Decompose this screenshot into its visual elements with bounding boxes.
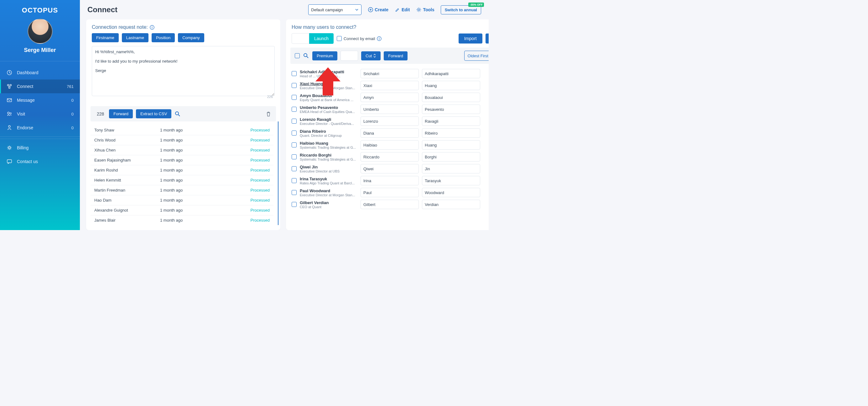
import-button[interactable]: Import [459,33,483,43]
contact-info[interactable]: Paul WoodwardExecutive Director at Morga… [300,189,358,197]
contact-info[interactable]: Diana RibeiroQuant. Director at Citigrou… [300,129,358,137]
extract-csv-button[interactable]: Extract to CSV [136,109,172,118]
sidebar-item-dashboard[interactable]: Dashboard [0,66,80,79]
contact-checkbox[interactable] [291,83,297,88]
tag-company[interactable]: Company [178,33,204,42]
svg-point-19 [304,54,307,57]
contact-lastname-input[interactable] [422,128,480,138]
contact-lastname-input[interactable] [422,200,480,209]
info-icon[interactable] [377,36,381,41]
sidebar-item-billing[interactable]: Billing [0,141,80,155]
contact-info[interactable]: Gilbert VerdianCEO at Quant [300,200,358,209]
search-icon[interactable] [303,53,309,59]
contact-info[interactable]: Srichakri AdhikarapattiHead of ... US Ca… [300,69,358,78]
contact-firstname-input[interactable] [361,164,419,173]
contact-info[interactable]: Haibiao HuangSystematic Trading Strategi… [300,141,358,149]
contact-info[interactable]: Amyn BoualaouiEquity Quant at Bank of Am… [300,93,358,102]
processed-row[interactable]: Helen Kemmitt1 month agoProcessed [91,175,274,185]
select-all-checkbox[interactable] [295,53,300,58]
processed-row[interactable]: Easen Rajasingham1 month agoProcessed [91,155,274,165]
edit-button[interactable]: Edit [395,7,410,12]
processed-row[interactable]: Martin Freedman1 month agoProcessed [91,185,274,195]
contact-lastname-input[interactable] [422,105,480,114]
contact-checkbox[interactable] [291,202,297,207]
contact-info[interactable]: Xiaxi HuangExecutive Director at Morgan … [300,81,358,90]
contact-firstname-input[interactable] [361,188,419,197]
contact-lastname-input[interactable] [422,81,480,90]
contact-lastname-input[interactable] [422,69,480,78]
processed-row[interactable]: Chris Wood1 month agoProcessed [91,135,274,145]
processed-row[interactable]: Tony Shaw1 month agoProcessed [91,125,274,135]
contact-row: Xiaxi HuangExecutive Director at Morgan … [290,79,489,92]
cut-input[interactable] [341,51,358,61]
sidebar-item-visit[interactable]: Visit0 [0,107,80,121]
premium-button[interactable]: Premium [312,51,337,60]
launch-button[interactable]: Launch [309,33,334,44]
contact-info[interactable]: Qiwei JinExecutive Director at UBS [300,165,358,173]
tools-button[interactable]: Tools [416,7,434,12]
info-icon[interactable] [150,25,154,30]
contact-firstname-input[interactable] [361,93,419,102]
cut-button[interactable]: Cut [361,51,380,60]
contact-checkbox[interactable] [291,190,297,195]
sidebar-item-contact-us[interactable]: Contact us [0,155,80,168]
contact-checkbox[interactable] [291,166,297,171]
contact-lastname-input[interactable] [422,176,480,185]
create-button[interactable]: Create [368,7,389,12]
contact-info[interactable]: Lorenzo RavagliExecutive Director - Quan… [300,117,358,126]
note-heading: Connection request note: [86,20,280,33]
sort-select[interactable]: Oldest First [464,51,489,61]
contact-checkbox[interactable] [291,178,297,183]
contact-checkbox[interactable] [291,131,297,136]
export-button[interactable]: Export [486,33,489,43]
contact-firstname-input[interactable] [361,152,419,162]
processed-row[interactable]: Alexandre Guignot1 month agoProcessed [91,205,274,215]
contact-firstname-input[interactable] [361,105,419,114]
contact-checkbox[interactable] [291,119,297,124]
note-textarea[interactable] [92,46,275,96]
contact-info[interactable]: Umberto PesaventoEMEA Head of Cash Equit… [300,105,358,114]
contact-lastname-input[interactable] [422,188,480,197]
contact-firstname-input[interactable] [361,128,419,138]
contact-checkbox[interactable] [291,95,297,100]
processed-row[interactable]: Xihua Chen1 month agoProcessed [91,145,274,155]
contact-firstname-input[interactable] [361,116,419,126]
tag-lastname[interactable]: Lastname [122,33,149,42]
contact-info[interactable]: Irina TarasyukRates Algo Trading Quant a… [300,176,358,185]
contact-lastname-input[interactable] [422,152,480,162]
contact-firstname-input[interactable] [361,140,419,149]
contact-firstname-input[interactable] [361,69,419,78]
connect-email-checkbox[interactable] [337,36,342,41]
trash-icon[interactable] [265,111,272,117]
contact-info[interactable]: Riccardo BorghiSystematic Trading Strate… [300,153,358,161]
sidebar-item-connect[interactable]: Connect761 [0,79,80,93]
sidebar-item-message[interactable]: Message0 [0,93,80,107]
forward-button[interactable]: Forward [384,51,407,60]
search-icon[interactable] [175,111,181,117]
processed-row[interactable]: Karim Roshd1 month agoProcessed [91,165,274,175]
tag-firstname[interactable]: Firstname [92,33,119,42]
contact-title: EMEA Head of Cash Equities Qua... [300,110,358,114]
contact-checkbox[interactable] [291,107,297,112]
tag-position[interactable]: Position [152,33,175,42]
contact-firstname-input[interactable] [361,200,419,209]
sidebar-item-endorse[interactable]: Endorse0 [0,121,80,135]
contact-checkbox[interactable] [291,71,297,76]
contact-checkbox[interactable] [291,154,297,159]
pencil-icon [395,7,400,12]
dashboard-icon [6,69,12,76]
switch-annual-button[interactable]: Switch to annual -35% OFF [441,5,481,14]
contact-firstname-input[interactable] [361,81,419,90]
contact-lastname-input[interactable] [422,116,480,126]
contact-lastname-input[interactable] [422,93,480,102]
contact-firstname-input[interactable] [361,176,419,185]
avatar[interactable] [28,19,53,44]
campaign-select[interactable]: Default campaign [308,4,362,15]
connect-count-input[interactable] [291,33,309,44]
processed-row[interactable]: Hao Dam1 month agoProcessed [91,195,274,205]
contact-lastname-input[interactable] [422,164,480,173]
forward-button[interactable]: Forward [109,109,133,118]
contact-lastname-input[interactable] [422,140,480,149]
processed-row[interactable]: James Blair1 month agoProcessed [91,215,274,225]
contact-checkbox[interactable] [291,142,297,147]
